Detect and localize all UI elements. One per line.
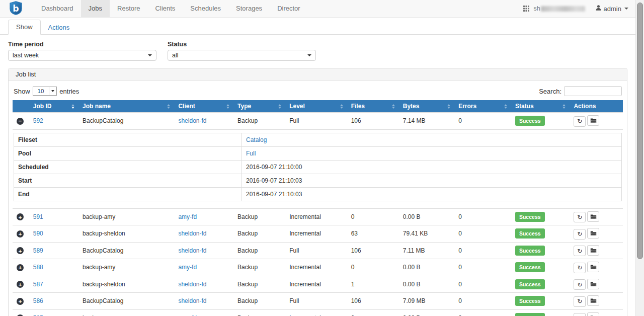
client-link[interactable]: sheldon-fd — [178, 117, 206, 124]
job-id-link[interactable]: 587 — [33, 281, 43, 288]
select-caret-button — [49, 87, 56, 95]
expand-row-icon[interactable]: + — [17, 230, 24, 238]
level-cell: Incremental — [285, 276, 347, 293]
rerun-job-button[interactable]: ↻ — [574, 279, 586, 290]
client-link[interactable]: sheldon-fd — [178, 297, 206, 304]
tab-show[interactable]: Show — [8, 20, 41, 35]
expand-row-icon[interactable]: + — [17, 298, 24, 305]
job-detail-cell: FilesetCatalogPoolFullScheduled2016-09-0… — [13, 129, 623, 208]
job-id-link[interactable]: 590 — [33, 230, 43, 237]
rerun-job-button[interactable]: ↻ — [574, 263, 586, 273]
page-length-select[interactable]: 10 — [33, 87, 57, 96]
nav-item-clients[interactable]: Clients — [148, 0, 183, 17]
files-cell: 106 — [347, 242, 399, 259]
status-cell: Success — [511, 309, 570, 316]
panel-title: Job list — [9, 68, 627, 81]
circular-arrow-icon: ↻ — [577, 297, 582, 305]
level-cell: Full — [285, 293, 347, 310]
vertical-scrollbar[interactable] — [635, 0, 644, 316]
nav-item-jobs[interactable]: Jobs — [81, 0, 110, 17]
restore-browse-button[interactable] — [587, 279, 599, 289]
level-cell: Full — [285, 113, 347, 130]
column-header-type[interactable]: Type — [233, 100, 285, 113]
search-input[interactable] — [564, 86, 622, 96]
column-header-files[interactable]: Files — [347, 100, 399, 113]
files-cell: 0 — [347, 259, 399, 276]
scrollbar-thumb[interactable] — [637, 3, 643, 259]
job-id-link[interactable]: 589 — [33, 247, 43, 254]
expand-row-icon[interactable]: + — [17, 213, 24, 220]
collapse-row-icon[interactable]: − — [17, 118, 24, 125]
client-link[interactable]: sheldon-fd — [178, 230, 206, 237]
client-link[interactable]: sheldon-fd — [178, 281, 206, 288]
restore-browse-button[interactable] — [587, 245, 599, 256]
caret-down-icon — [148, 54, 152, 56]
column-header-errors[interactable]: Errors — [454, 100, 511, 113]
rerun-job-button[interactable]: ↻ — [574, 212, 586, 222]
job-id-link[interactable]: 586 — [33, 297, 43, 304]
pool-link[interactable]: Full — [246, 150, 256, 157]
rerun-job-button[interactable]: ↻ — [574, 229, 586, 240]
column-header-job-name[interactable]: Job name — [78, 100, 174, 113]
column-header-job-id[interactable]: Job ID — [29, 100, 78, 113]
expand-row-icon[interactable]: + — [17, 247, 24, 254]
job-name-cell: backup-sheldon — [78, 225, 174, 243]
job-id-cell: 592 — [29, 113, 78, 130]
bytes-cell: 0.00 B — [399, 309, 454, 316]
status-badge: Success — [515, 212, 545, 222]
job-id-link[interactable]: 588 — [33, 264, 43, 271]
open-folder-icon — [590, 281, 597, 287]
bytes-cell: 7.14 MB — [399, 113, 454, 130]
rerun-job-button[interactable]: ↻ — [574, 246, 586, 256]
tab-actions[interactable]: Actions — [41, 21, 77, 35]
restore-browse-button[interactable] — [587, 262, 599, 272]
nav-item-dashboard[interactable]: Dashboard — [34, 0, 81, 17]
sort-arrows-icon — [224, 104, 229, 109]
restore-browse-button[interactable] — [587, 295, 599, 306]
job-name-cell: BackupCatalog — [78, 113, 174, 130]
expand-row-icon[interactable]: + — [17, 264, 24, 271]
job-id-link[interactable]: 592 — [33, 117, 43, 124]
restore-browse-button[interactable] — [587, 211, 599, 222]
user-menu[interactable]: admin — [595, 5, 628, 13]
column-header-status[interactable]: Status — [511, 100, 570, 113]
restore-browse-button[interactable] — [587, 115, 599, 126]
detail-value: 2016-09-07 21:10:00 — [242, 160, 622, 174]
rerun-job-button[interactable]: ↻ — [574, 296, 586, 307]
column-header-bytes[interactable]: Bytes — [399, 100, 454, 113]
expand-row-icon[interactable]: + — [17, 281, 24, 288]
job-list-panel: Job list Show 10 entries Search: — [8, 68, 627, 316]
restore-browse-button[interactable] — [587, 312, 599, 316]
errors-cell: 0 — [454, 309, 511, 316]
rerun-job-button[interactable]: ↻ — [574, 116, 586, 127]
actions-cell: ↻ — [570, 208, 623, 225]
circular-arrow-icon: ↻ — [577, 213, 582, 221]
column-header-actions[interactable]: Actions — [570, 100, 623, 113]
time-period-select[interactable]: last week — [8, 50, 156, 61]
apps-grid-icon[interactable] — [523, 6, 529, 12]
search-control: Search: — [539, 86, 622, 96]
nav-item-schedules[interactable]: Schedules — [183, 0, 228, 17]
job-row-591: +591backup-amyamy-fdBackupIncremental00.… — [13, 208, 623, 225]
status-select[interactable]: all — [168, 50, 316, 61]
column-header-level[interactable]: Level — [285, 100, 347, 113]
status-badge: Success — [515, 262, 545, 272]
errors-cell: 0 — [454, 276, 511, 293]
client-link[interactable]: amy-fd — [178, 264, 197, 271]
rerun-job-button[interactable]: ↻ — [574, 313, 586, 316]
restore-browse-button[interactable] — [587, 228, 599, 239]
show-label: Show — [14, 88, 30, 95]
client-link[interactable]: sheldon-fd — [178, 247, 206, 254]
column-label: Status — [515, 103, 534, 110]
nav-item-director[interactable]: Director — [270, 0, 308, 17]
sort-arrows-icon — [338, 104, 343, 109]
column-header-client[interactable]: Client — [174, 100, 233, 113]
type-cell: Backup — [233, 293, 285, 310]
client-link[interactable]: amy-fd — [178, 213, 197, 220]
status-value: all — [172, 52, 179, 59]
bareos-logo[interactable]: b — [0, 0, 30, 17]
job-id-link[interactable]: 591 — [33, 213, 43, 220]
nav-item-restore[interactable]: Restore — [110, 0, 148, 17]
fileset-link[interactable]: Catalog — [246, 136, 267, 143]
nav-item-storages[interactable]: Storages — [228, 0, 270, 17]
